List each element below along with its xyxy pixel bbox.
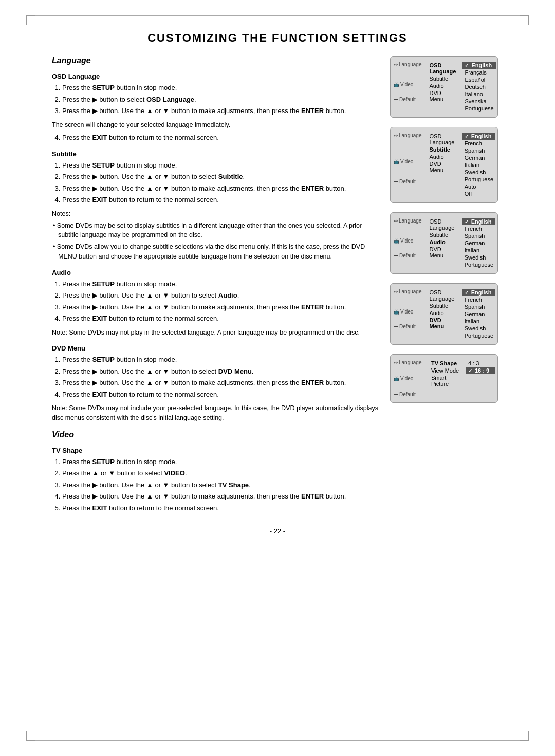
corner-tl	[26, 15, 35, 25]
page-number: - 22 -	[52, 527, 503, 535]
subtitle-note-1: • Some DVDs may be set to display subtit…	[52, 221, 380, 241]
tv-default-label: ☰ Default	[394, 392, 416, 397]
dvd-step-1: Press the SETUP button in stop mode.	[62, 355, 380, 365]
tv-right-col: 4 : 3 ✓16 : 9	[464, 359, 497, 398]
video-nav-icon: 📺	[394, 82, 399, 87]
language-arrow-icon: ⇔	[394, 62, 398, 67]
tv-step-2: Press the ▲ or ▼ button to select VIDEO.	[62, 468, 380, 478]
sub-step-4: Press the EXIT button to return to the n…	[62, 195, 380, 205]
audio-language-nav: ⇔ Language	[394, 218, 422, 224]
tv-step-3: Press the ▶ button. Use the ▲ or ▼ butto…	[62, 480, 380, 490]
sub-step-2: Press the ▶ button. Use the ▲ or ▼ butto…	[62, 172, 380, 182]
tv-169: ✓16 : 9	[466, 367, 495, 374]
osd-step-2: Press the ▶ button to select OSD Languag…	[62, 95, 380, 105]
language-section-title: Language	[52, 56, 380, 65]
tv-mid-viewmode: View Mode	[429, 367, 461, 374]
audio-step-3: Press the ▶ button. Use the ▲ or ▼ butto…	[62, 302, 380, 312]
sub-swedish: Swedish	[462, 169, 495, 176]
osd-deutsch: Deutsch	[462, 83, 495, 90]
dvd-english: ✓English	[462, 289, 495, 296]
subtitle-menu: ⇔ Language 📺 Video ☰ D	[390, 127, 498, 203]
audio-default-text: Default	[399, 253, 416, 259]
audio-title: Audio	[52, 269, 380, 276]
tv-language-nav: ⇔ Language	[394, 360, 422, 365]
osd-step-3: Press the ▶ button. Use the ▲ or ▼ butto…	[62, 106, 380, 116]
osd-default-nav: ☰ Default	[394, 97, 416, 102]
tv-mid-smartpic: Smart Picture	[429, 374, 461, 388]
tv-lang-label: Language	[399, 360, 422, 365]
sub-off: Off	[462, 190, 495, 197]
tv-check-icon: ✓	[468, 368, 472, 374]
dvd-check-icon: ✓	[465, 290, 469, 296]
sub-lang-label: Language	[399, 133, 422, 138]
sub-auto: Auto	[462, 183, 495, 190]
osd-note: The screen will change to your selected …	[52, 120, 380, 130]
tv-lang-icon: ⇔	[394, 360, 398, 365]
corner-br	[520, 731, 529, 741]
tv-step-5: Press the EXIT button to return to the n…	[62, 503, 380, 513]
dvd-portuguese: Portuguese	[462, 332, 495, 339]
tv-shape-subsection: TV Shape Press the SETUP button in stop …	[52, 447, 380, 513]
check-icon: ✓	[465, 63, 469, 68]
subtitle-note-2: • Some DVDs allow you to change subtitle…	[52, 242, 380, 262]
osd-portuguese: Portuguese	[462, 105, 495, 112]
sub-portuguese: Portuguese	[462, 176, 495, 183]
tv-shape-title: TV Shape	[52, 447, 380, 454]
sub-step-1: Press the SETUP button in stop mode.	[62, 160, 380, 171]
dvd-video-nav: 📺 Video	[394, 309, 413, 315]
dvd-default-text: Default	[399, 324, 416, 329]
sub-left-col: ⇔ Language 📺 Video ☰ D	[391, 132, 425, 198]
audio-video-text: Video	[400, 238, 413, 244]
audio-menu-row: ⇔ Language 📺 Video ☰ D	[391, 217, 497, 269]
dvd-menu-title: DVD Menu	[52, 344, 380, 352]
tv-step-1: Press the SETUP button in stop mode.	[62, 457, 380, 467]
sub-video-text: Video	[400, 159, 413, 164]
sub-video-nav: 📺 Video	[394, 159, 413, 164]
video-section: Video TV Shape Press the SETUP button in…	[52, 430, 380, 513]
dvd-mid-subtitle: Subtitle	[428, 302, 458, 309]
sub-mid-osd: OSD Language	[428, 133, 458, 146]
osd-video-nav: 📺 Video	[394, 82, 413, 87]
osd-espanol: Español	[462, 76, 495, 83]
audio-left-col: ⇔ Language 📺 Video ☰ D	[391, 217, 425, 269]
default-icon: ☰	[394, 97, 398, 102]
osd-francais: Français	[462, 69, 495, 76]
dvd-lang-icon: ⇔	[394, 289, 398, 294]
dvd-menu-row: ⇔ Language 📺 Video ☰ D	[391, 288, 497, 340]
sub-default-text: Default	[399, 179, 416, 185]
osd-language-menu: ⇔ Language 📺 Video ☰ D	[390, 56, 498, 118]
osd-mid-audio: Audio	[428, 82, 458, 89]
right-column: ⇔ Language 📺 Video ☰ D	[390, 56, 503, 517]
audio-lang-icon: ⇔	[394, 218, 398, 224]
osd-english: ✓English	[462, 62, 495, 69]
sub-default-nav: ☰ Default	[394, 179, 416, 185]
osd-menu-row: ⇔ Language 📺 Video ☰ D	[391, 61, 497, 113]
sub-spanish: Spanish	[462, 147, 495, 154]
sub-right-col: ✓English French Spanish German Italian S…	[460, 132, 497, 198]
sub-mid-subtitle: Subtitle	[428, 146, 458, 153]
video-section-title: Video	[52, 430, 380, 439]
page-border: CUSTOMIZING THE FUNCTION SETTINGS Langua…	[26, 15, 529, 741]
dvd-mid-col: OSD Language Subtitle Audio DVD Menu	[425, 288, 460, 340]
dvd-step-3: Press the ▶ button. Use the ▲ or ▼ butto…	[62, 378, 380, 388]
osd-language-title: OSD Language	[52, 72, 380, 80]
audio-lang-label: Language	[399, 218, 422, 224]
tv-default-icon: ☰	[394, 392, 398, 397]
audio-english: ✓English	[462, 218, 495, 225]
dvd-german: German	[462, 310, 495, 318]
dvd-spanish: Spanish	[462, 303, 495, 310]
corner-tr	[520, 15, 529, 25]
tv-43: 4 : 3	[466, 360, 495, 367]
subtitle-steps: Press the SETUP button in stop mode. Pre…	[62, 160, 380, 205]
osd-step-4: Press the EXIT button to return to the n…	[62, 133, 380, 143]
audio-video-label: 📺 Video	[394, 238, 413, 244]
default-nav-label: ☰ Default	[394, 97, 416, 102]
dvd-right-col: ✓English French Spanish German Italian S…	[460, 288, 497, 340]
audio-portuguese: Portuguese	[462, 261, 495, 268]
sub-video-label: 📺 Video	[394, 159, 413, 164]
sub-language-nav: ⇔ Language	[394, 133, 422, 138]
video-label: Video	[400, 82, 413, 87]
dvd-mid-audio: Audio	[428, 309, 458, 317]
dvd-italian: Italian	[462, 318, 495, 325]
tv-left-col: ⇔ Language 📺 Video ☰ D	[391, 359, 427, 398]
